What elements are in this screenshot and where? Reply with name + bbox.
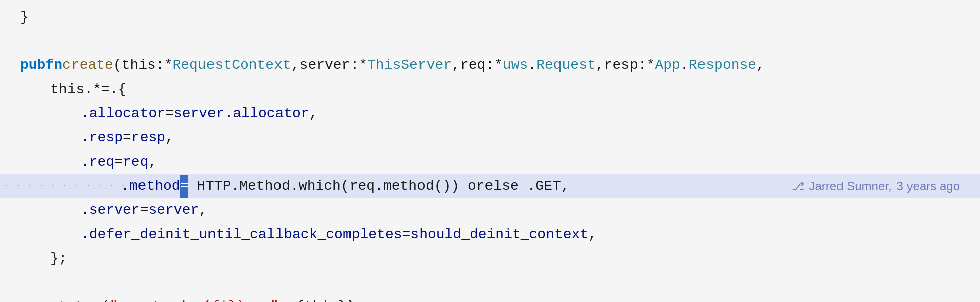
code-editor: } pub fn create(this: *RequestContext, s… bbox=[0, 0, 980, 302]
highlighted-code-line: · · · · · · · · · · · · .method= HTTP.Me… bbox=[0, 174, 980, 198]
code-text: ctxLog("create<d> ({*})<r>", .{this}); bbox=[20, 296, 960, 302]
code-line: .server = server, bbox=[0, 198, 980, 222]
blame-annotation: ⎇ Jarred Sumner, 3 years ago bbox=[792, 177, 960, 196]
dot-pattern: · · · · · · · · · · · · bbox=[0, 174, 138, 198]
code-text: pub fn create(this: *RequestContext, ser… bbox=[20, 54, 960, 77]
code-text: this.* = .{ bbox=[20, 79, 960, 101]
blame-time: 3 years ago bbox=[897, 177, 960, 196]
git-icon: ⎇ bbox=[792, 177, 804, 195]
code-text: .allocator = server.allocator, bbox=[20, 103, 960, 125]
code-text bbox=[20, 30, 960, 53]
code-line: .defer_deinit_until_callback_completes =… bbox=[0, 222, 980, 247]
code-line: } bbox=[0, 5, 980, 29]
code-line: this.* = .{ bbox=[0, 78, 980, 102]
code-line: }; bbox=[0, 247, 980, 271]
code-line: .allocator = server.allocator, bbox=[0, 102, 980, 126]
code-text: .resp = resp, bbox=[20, 127, 960, 149]
selected-text: = bbox=[180, 175, 189, 198]
code-text: .req = req, bbox=[20, 151, 960, 174]
code-line bbox=[0, 271, 980, 295]
code-text: .server = server, bbox=[20, 199, 960, 222]
code-text bbox=[20, 272, 960, 294]
code-line: .resp = resp, bbox=[0, 126, 980, 150]
code-line: .req = req, bbox=[0, 150, 980, 174]
code-text: }; bbox=[20, 248, 960, 270]
code-line bbox=[0, 29, 980, 53]
code-line: ctxLog("create<d> ({*})<r>", .{this}); bbox=[0, 295, 980, 302]
code-text: } bbox=[20, 6, 960, 29]
blame-author: Jarred Sumner, bbox=[809, 177, 892, 196]
code-line: pub fn create(this: *RequestContext, ser… bbox=[0, 53, 980, 78]
code-text: .defer_deinit_until_callback_completes =… bbox=[20, 223, 960, 246]
